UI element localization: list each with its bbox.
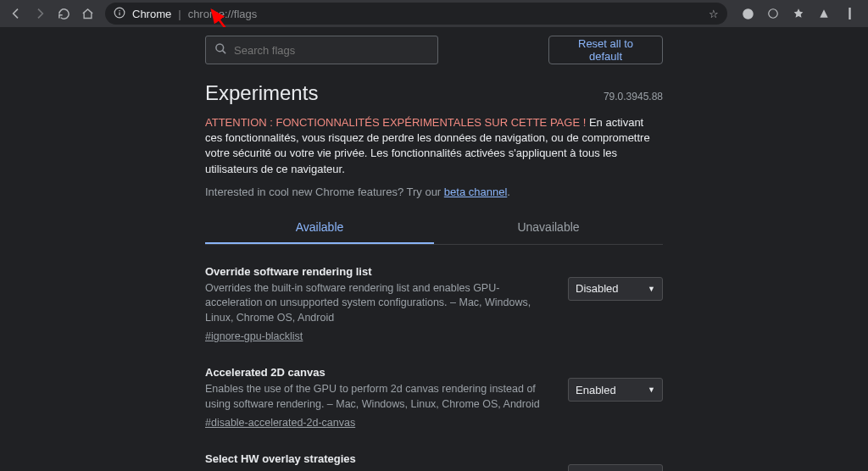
flag-item: Select HW overlay strategies Select stra… — [205, 452, 663, 471]
tab-available[interactable]: Available — [205, 212, 434, 244]
reset-all-button[interactable]: Reset all to default — [548, 36, 663, 64]
tab-unavailable[interactable]: Unavailable — [434, 212, 663, 244]
site-info-icon[interactable] — [114, 7, 125, 21]
flag-title: Override software rendering list — [205, 265, 544, 278]
bookmark-star-icon[interactable]: ☆ — [709, 8, 719, 20]
address-bar[interactable]: Chrome | chrome://flags ☆ — [105, 3, 727, 25]
flag-description: Enables the use of the GPU to perform 2d… — [205, 382, 544, 412]
svg-point-2 — [769, 9, 778, 19]
extension-icon-4[interactable] — [843, 7, 856, 20]
warning-red-label: ATTENTION : FONCTIONNALITÉS EXPÉRIMENTAL… — [205, 116, 589, 129]
forward-button[interactable] — [29, 3, 51, 25]
beta-channel-link[interactable]: beta channel — [444, 186, 507, 198]
page-content: Reset all to default Experiments 79.0.39… — [0, 27, 868, 471]
search-flags-field[interactable] — [234, 44, 429, 57]
extension-icon-1[interactable] — [766, 7, 780, 20]
svg-rect-3 — [849, 8, 850, 19]
back-button[interactable] — [5, 3, 27, 25]
chevron-down-icon: ▼ — [648, 285, 655, 293]
extension-icon-2[interactable] — [792, 7, 805, 20]
home-button[interactable] — [76, 3, 98, 25]
flag-id-link[interactable]: #disable-accelerated-2d-canvas — [205, 417, 544, 429]
flag-item: Override software rendering list Overrid… — [205, 265, 663, 343]
search-flags-input[interactable] — [205, 36, 438, 64]
page-title: Experiments — [205, 81, 318, 105]
flag-id-link[interactable]: #ignore-gpu-blacklist — [205, 330, 544, 342]
svg-point-5 — [216, 44, 224, 52]
flag-state-select[interactable]: Disabled ▼ — [568, 277, 663, 301]
svg-point-1 — [743, 8, 754, 19]
flags-list: Override software rendering list Overrid… — [205, 265, 663, 471]
search-icon — [214, 42, 227, 58]
chrome-version: 79.0.3945.88 — [604, 91, 663, 103]
warning-text: ATTENTION : FONCTIONNALITÉS EXPÉRIMENTAL… — [205, 115, 663, 177]
url-path: chrome://flags — [188, 8, 258, 20]
profile-icon[interactable] — [741, 7, 754, 20]
extension-icons — [734, 7, 863, 20]
extension-icon-3[interactable] — [817, 7, 831, 20]
flag-description: Overrides the built-in software renderin… — [205, 281, 544, 326]
reload-button[interactable] — [53, 3, 75, 25]
flag-title: Accelerated 2D canvas — [205, 366, 544, 379]
beta-callout: Interested in cool new Chrome features? … — [205, 186, 663, 198]
flag-state-select[interactable]: Default ▼ — [568, 464, 663, 471]
tabs-bar: Available Unavailable — [205, 212, 663, 245]
url-separator: | — [178, 8, 181, 20]
url-origin: Chrome — [132, 8, 171, 20]
flag-title: Select HW overlay strategies — [205, 452, 544, 465]
flag-state-select[interactable]: Enabled ▼ — [568, 378, 663, 402]
flag-item: Accelerated 2D canvas Enables the use of… — [205, 366, 663, 429]
browser-toolbar: Chrome | chrome://flags ☆ — [0, 0, 868, 27]
chevron-down-icon: ▼ — [648, 385, 655, 394]
